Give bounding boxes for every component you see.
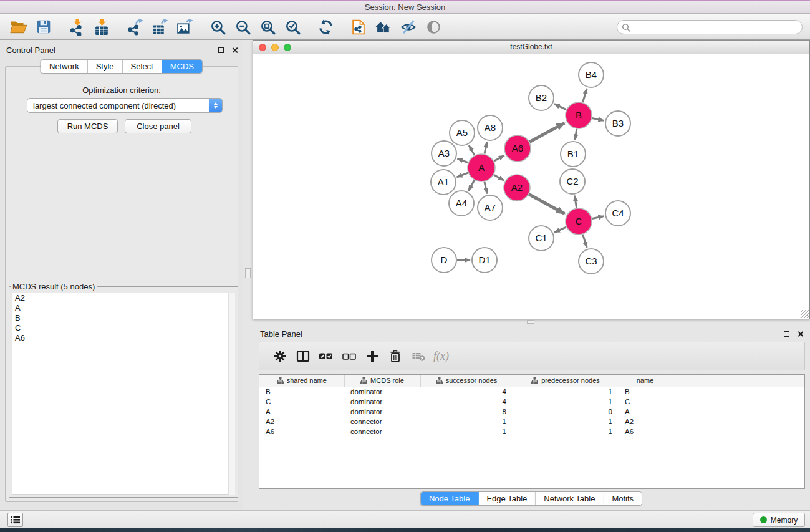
column-header-mcds-role[interactable]: MCDS role xyxy=(344,375,420,387)
node-B4[interactable]: B4 xyxy=(579,62,604,87)
mcds-result-item[interactable]: C xyxy=(12,323,234,333)
mcds-result-item[interactable]: A6 xyxy=(12,333,234,343)
node-A1[interactable]: A1 xyxy=(431,170,456,195)
edge-A-A5[interactable] xyxy=(469,145,475,155)
edge-C-C4[interactable] xyxy=(592,216,604,219)
delete-columns-button[interactable] xyxy=(383,345,407,367)
tab-network-table[interactable]: Network Table xyxy=(536,492,604,505)
export-table-button[interactable] xyxy=(147,16,172,37)
deselect-all-button[interactable] xyxy=(337,345,360,367)
node-C4[interactable]: C4 xyxy=(605,201,630,226)
edge-B-B4[interactable] xyxy=(582,89,587,102)
zoom-out-button[interactable] xyxy=(230,16,255,37)
edge-A-A7[interactable] xyxy=(485,181,487,193)
memory-button[interactable]: Memory xyxy=(753,513,805,527)
birdseye-view-button[interactable] xyxy=(421,16,446,37)
table-mode-button[interactable] xyxy=(268,345,291,367)
edge-C-C1[interactable] xyxy=(554,227,566,233)
tab-edge-table[interactable]: Edge Table xyxy=(478,492,536,505)
create-column-button[interactable] xyxy=(360,345,383,367)
function-builder-button[interactable]: f(x) xyxy=(433,350,449,363)
edge-A6-B[interactable] xyxy=(529,123,564,142)
edge-B-B3[interactable] xyxy=(592,118,604,120)
window-close-light[interactable] xyxy=(259,44,266,51)
column-header-successor-nodes[interactable]: successor nodes xyxy=(420,375,513,387)
mcds-result-item[interactable]: B xyxy=(12,313,234,323)
import-network-button[interactable] xyxy=(64,16,89,37)
table-row[interactable]: A6connector11A6 xyxy=(259,427,805,437)
window-maximize-light[interactable] xyxy=(284,44,291,51)
edge-B-B1[interactable] xyxy=(575,129,577,140)
node-A[interactable]: A xyxy=(468,154,495,181)
tab-network[interactable]: Network xyxy=(41,60,88,73)
edge-B-B2[interactable] xyxy=(554,104,566,110)
mcds-result-item[interactable]: A2 xyxy=(12,293,234,303)
export-image-button[interactable] xyxy=(172,16,197,37)
tab-node-table[interactable]: Node Table xyxy=(421,492,479,505)
save-session-button[interactable] xyxy=(31,16,56,37)
column-header-predecessor-nodes[interactable]: predecessor nodes xyxy=(513,375,619,387)
zoom-selected-button[interactable] xyxy=(280,16,305,37)
show-all-networks-button[interactable] xyxy=(371,16,396,37)
node-B3[interactable]: B3 xyxy=(605,111,630,136)
node-B1[interactable]: B1 xyxy=(561,142,586,167)
task-history-button[interactable] xyxy=(7,513,23,527)
open-file-button[interactable] xyxy=(6,16,31,37)
search-input[interactable] xyxy=(617,20,803,34)
node-D1[interactable]: D1 xyxy=(472,248,497,273)
optimization-criterion-select[interactable]: largest connected component (directed) xyxy=(27,98,223,113)
node-C1[interactable]: C1 xyxy=(529,226,554,251)
edge-C-C2[interactable] xyxy=(575,196,577,208)
float-panel-icon[interactable] xyxy=(218,47,224,53)
node-A7[interactable]: A7 xyxy=(478,195,503,220)
node-A5[interactable]: A5 xyxy=(450,120,475,145)
node-B2[interactable]: B2 xyxy=(529,85,554,110)
edge-A-A3[interactable] xyxy=(457,158,468,163)
zoom-fit-button[interactable] xyxy=(255,16,280,37)
horizontal-splitter-grip[interactable] xyxy=(527,320,534,324)
edge-A2-C[interactable] xyxy=(529,195,564,214)
network-window-titlebar[interactable]: testGlobe.txt xyxy=(253,41,809,54)
edge-A-A2[interactable] xyxy=(494,175,504,180)
column-header-name[interactable]: name xyxy=(619,375,672,387)
table-row[interactable]: Cdominator41C xyxy=(259,397,805,407)
node-C[interactable]: C xyxy=(566,208,592,235)
node-A4[interactable]: A4 xyxy=(449,191,474,216)
float-panel-icon[interactable] xyxy=(784,331,789,337)
close-panel-icon[interactable] xyxy=(797,331,804,337)
zoom-in-button[interactable] xyxy=(205,16,230,37)
node-A2[interactable]: A2 xyxy=(504,175,530,201)
delete-table-button[interactable] xyxy=(407,345,430,367)
select-all-button[interactable] xyxy=(314,345,337,367)
node-B[interactable]: B xyxy=(566,102,592,128)
window-minimize-light[interactable] xyxy=(271,44,279,51)
network-graph[interactable]: B4B2BB3A8A5A6A3B1AA1C2A2A4A7C4CC1C3DD1 xyxy=(253,54,809,319)
tab-mcds[interactable]: MCDS xyxy=(162,60,202,73)
run-mcds-button[interactable]: Run MCDS xyxy=(57,119,118,133)
tab-motifs[interactable]: Motifs xyxy=(604,492,642,505)
close-panel-button[interactable]: Close panel xyxy=(125,119,191,133)
table-row[interactable]: A2connector11A2 xyxy=(259,417,805,427)
node-D[interactable]: D xyxy=(432,248,456,273)
export-network-button[interactable] xyxy=(122,16,147,37)
mcds-list-scrollbar[interactable] xyxy=(228,293,235,495)
network-canvas[interactable]: B4B2BB3A8A5A6A3B1AA1C2A2A4A7C4CC1C3DD1 xyxy=(253,54,809,319)
tab-style[interactable]: Style xyxy=(88,60,123,73)
edge-C-C3[interactable] xyxy=(583,235,587,248)
table-row[interactable]: Bdominator41B xyxy=(259,387,805,397)
node-C3[interactable]: C3 xyxy=(579,249,604,274)
table-row[interactable]: Adominator80A xyxy=(259,407,805,417)
edge-A-A4[interactable] xyxy=(468,180,474,191)
tab-select[interactable]: Select xyxy=(123,60,162,73)
vertical-splitter-grip[interactable] xyxy=(245,268,251,278)
node-A6[interactable]: A6 xyxy=(504,135,531,162)
node-A8[interactable]: A8 xyxy=(478,115,503,140)
close-panel-icon[interactable] xyxy=(231,47,238,54)
edge-A-A6[interactable] xyxy=(494,155,504,161)
edge-A-A1[interactable] xyxy=(457,173,468,177)
hide-graphics-button[interactable] xyxy=(396,16,421,37)
show-columns-button[interactable] xyxy=(291,345,314,367)
window-resize-grip[interactable] xyxy=(801,310,809,318)
edge-A-A8[interactable] xyxy=(485,142,487,153)
node-A3[interactable]: A3 xyxy=(432,141,456,166)
